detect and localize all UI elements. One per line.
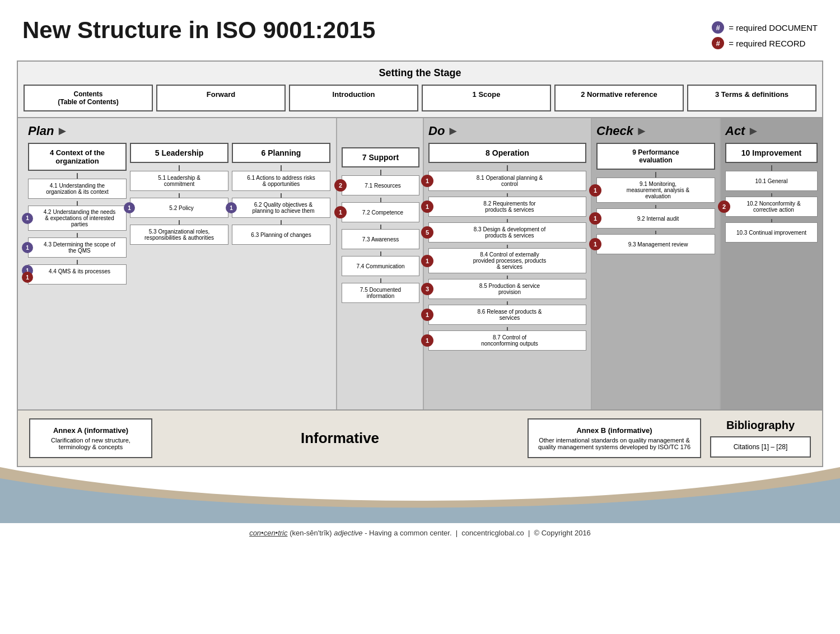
footer-separator: | — [454, 529, 461, 537]
badge-72: 1 — [334, 206, 347, 218]
footer-concentric: con•cen•tric — [249, 529, 287, 537]
planning-header: 6 Planning — [232, 143, 330, 163]
diagram-container: Setting the Stage Contents(Table of Cont… — [17, 60, 823, 467]
leadership-item-52: 1 5.2 Policy — [130, 198, 228, 218]
badge-87: 1 — [421, 334, 433, 347]
badge-71: 2 — [334, 179, 347, 192]
context-column: 4 Context of theorganization 4.1 Underst… — [28, 143, 127, 285]
informative-title: Informative — [161, 430, 519, 447]
act-item-102: 2 10.2 Nonconformity &corrective action — [725, 197, 818, 217]
support-item-71: 2 7.1 Resources — [342, 175, 419, 195]
stage-box-contents: Contents(Table of Contents) — [24, 85, 153, 111]
context-item-42: 1 4.2 Understanding the needs& expectati… — [28, 206, 127, 231]
wave-section — [0, 467, 840, 523]
context-bar1 — [77, 173, 78, 179]
page-wrapper: New Structure in ISO 9001:2015 # = requi… — [0, 0, 840, 548]
pdca-section: Plan ► 4 Context of theorganization 4.1 … — [18, 118, 822, 409]
planning-column: 6 Planning 6.1 Actions to address risks&… — [232, 143, 330, 285]
check-item-93: 1 9.3 Management review — [596, 234, 715, 254]
support-section: 7 Support 2 7.1 Resources 1 7.2 Competen… — [337, 118, 424, 409]
footer-website: concentricglobal.co — [461, 529, 524, 537]
context-header: 4 Context of theorganization — [28, 143, 127, 171]
header: New Structure in ISO 9001:2015 # = requi… — [0, 0, 840, 60]
badge-43-doc: 1 — [22, 242, 33, 253]
doc-label: = required DOCUMENT — [729, 23, 818, 32]
stage-boxes: Contents(Table of Contents) Forward Intr… — [24, 85, 816, 111]
footer: con•cen•tric (ken-sĕn'trĭk) adjective - … — [0, 523, 840, 548]
planning-item-63: 6.3 Planning of changes — [232, 225, 330, 245]
support-item-75: 7.5 Documented information — [342, 283, 419, 303]
stage-section: Setting the Stage Contents(Table of Cont… — [18, 62, 822, 118]
leadership-column: 5 Leadership 5.1 Leadership &commitment … — [130, 143, 228, 285]
annex-b-text: Other international standards on quality… — [536, 437, 692, 450]
do-header: 8 Operation — [428, 143, 586, 163]
do-item-84: 1 8.4 Control of externallyprovided proc… — [428, 248, 586, 273]
legend-rec-item: # = required RECORD — [712, 37, 818, 49]
bibliography-box: Bibliography Citations [1] – [28] — [710, 419, 811, 458]
do-arrow-icon: ► — [447, 124, 459, 138]
bibliography-text: Citations [1] – [28] — [719, 443, 802, 451]
footer-copyright: © Copyright 2016 — [534, 529, 590, 537]
page-title: New Structure in ISO 9001:2015 — [22, 17, 375, 44]
do-item-87: 1 8.7 Control ofnonconforming outputs — [428, 330, 586, 351]
plan-section: Plan ► 4 Context of theorganization 4.1 … — [18, 118, 337, 409]
act-section: Act ► 10 Improvement 10.1 General 2 10.2… — [721, 118, 822, 409]
do-item-82: 1 8.2 Requirements forproducts & service… — [428, 197, 586, 217]
check-item-91: 1 9.1 Monitoring,measurement, analysis &… — [596, 178, 715, 203]
check-item-92: 1 9.2 Internal audit — [596, 208, 715, 229]
annex-a-text: Clarification of new structure, terminol… — [38, 437, 143, 450]
leadership-item-53: 5.3 Organizational roles,responsibilitie… — [130, 225, 228, 245]
planning-item-61: 6.1 Actions to address risks& opportunit… — [232, 171, 330, 191]
do-item-83: 5 8.3 Design & development ofproducts & … — [428, 222, 586, 243]
check-section: Check ► 9 Performanceevaluation 1 9.1 Mo… — [592, 118, 721, 409]
check-header: 9 Performanceevaluation — [596, 143, 715, 170]
annex-a-title: Annex A (informative) — [38, 426, 143, 435]
context-item-41: 4.1 Understanding theorganization & its … — [28, 179, 127, 199]
support-item-72: 1 7.2 Competence — [342, 202, 419, 222]
support-item-74: 7.4 Communication — [342, 256, 419, 276]
badge-102: 2 — [718, 201, 730, 213]
leadership-header: 5 Leadership — [130, 143, 228, 163]
footer-adjective: adjective — [334, 529, 362, 537]
rec-icon: # — [712, 37, 724, 49]
stage-box-normative: 2 Normative reference — [554, 85, 684, 111]
legend-doc-item: # = required DOCUMENT — [712, 21, 818, 34]
act-label: Act — [725, 124, 745, 138]
annex-b-title: Annex B (informative) — [536, 426, 692, 435]
support-item-73: 7.3 Awareness — [342, 229, 419, 249]
planning-item-62: 1 6.2 Quality objectives &planning to ac… — [232, 198, 330, 218]
badge-84: 1 — [421, 255, 433, 267]
check-label: Check — [596, 124, 633, 138]
bibliography-title: Bibliography — [710, 419, 811, 432]
stage-title: Setting the Stage — [24, 67, 816, 79]
legend: # = required DOCUMENT # = required RECOR… — [712, 17, 818, 49]
badge-93: 1 — [589, 238, 601, 250]
annex-a-box: Annex A (informative) Clarification of n… — [29, 418, 152, 458]
act-arrow-icon: ► — [747, 124, 759, 138]
context-item-44: 1 1 4.4 QMS & its processes — [28, 264, 127, 285]
plan-arrow-icon: ► — [56, 124, 68, 138]
do-label: Do — [428, 124, 445, 138]
stage-box-forward: Forward — [156, 85, 286, 111]
do-section: Do ► 8 Operation 1 8.1 Operational plann… — [424, 118, 592, 409]
badge-42-doc: 1 — [22, 213, 33, 224]
do-item-81: 1 8.1 Operational planning &control — [428, 171, 586, 191]
badge-62-doc: 1 — [226, 202, 237, 213]
badge-91: 1 — [589, 184, 601, 197]
act-header: 10 Improvement — [725, 143, 818, 163]
stage-box-introduction: Introduction — [289, 85, 418, 111]
badge-86: 1 — [421, 309, 433, 321]
context-item-43: 1 4.3 Determining the scope ofthe QMS — [28, 237, 127, 258]
wave-svg — [0, 467, 840, 523]
footer-separator2: | — [526, 529, 534, 537]
badge-85: 3 — [421, 283, 433, 295]
stage-box-scope: 1 Scope — [422, 85, 551, 111]
check-arrow-icon: ► — [636, 124, 648, 138]
do-item-86: 1 8.6 Release of products &services — [428, 305, 586, 325]
informative-section: Annex A (informative) Clarification of n… — [18, 409, 822, 466]
doc-icon: # — [712, 21, 724, 34]
badge-44-rec: 1 — [22, 272, 33, 283]
plan-columns: 4 Context of theorganization 4.1 Underst… — [28, 143, 330, 285]
rec-label: = required RECORD — [729, 39, 805, 48]
act-item-103: 10.3 Continual improvement — [725, 222, 818, 243]
